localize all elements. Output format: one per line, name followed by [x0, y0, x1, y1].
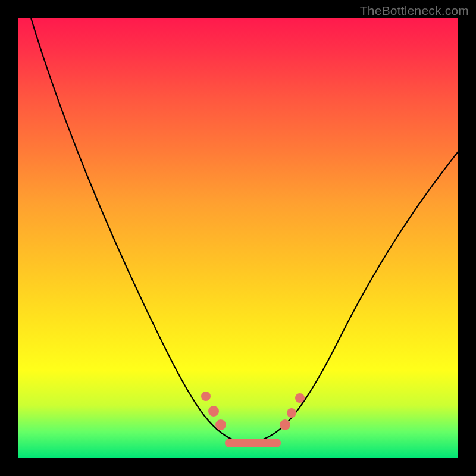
bottleneck-curve-path [31, 18, 458, 442]
marker-dot-left-2 [208, 406, 219, 416]
marker-dot-left-3 [215, 419, 226, 430]
marker-dot-right-1 [280, 419, 290, 430]
bottleneck-curve-svg [18, 18, 458, 458]
marker-flat-bar [225, 439, 281, 447]
marker-dot-right-2 [287, 408, 296, 418]
marker-dot-left-1 [201, 392, 211, 401]
chart-plot-area [18, 18, 458, 458]
watermark-text: TheBottleneck.com [360, 4, 469, 18]
marker-dot-right-3 [295, 393, 305, 403]
